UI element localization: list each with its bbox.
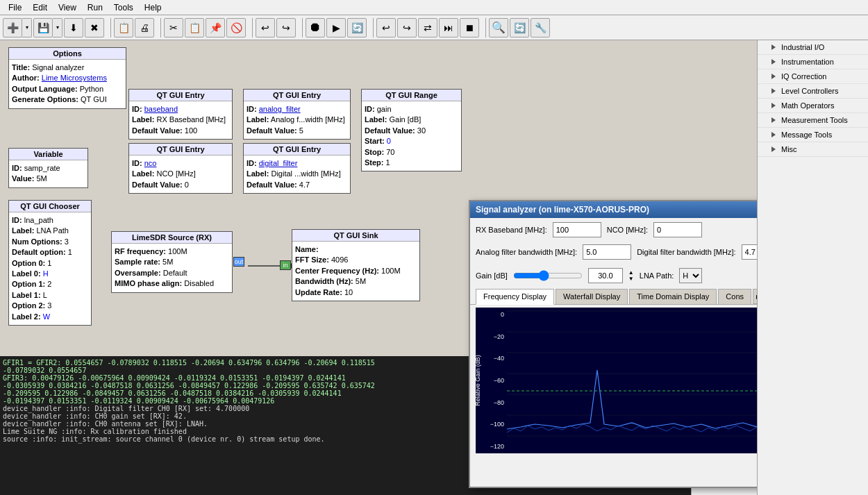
qt-gui-entry-3-block: QT GUI Entry ID: nco Label: NCO [MHz] De… [128,143,233,194]
options-title: Options [9,48,126,60]
analyzer-tabs: Frequency Display Waterfall Display Time… [470,289,757,305]
menu-tools[interactable]: Tools [108,1,139,14]
qt-gui-chooser-block: QT GUI Chooser ID: lna_path Label: LNA P… [8,200,92,326]
right-arrow-message [771,132,776,137]
y-label-120: −120 [476,443,507,450]
right-panel-measurement-tools[interactable]: Measurement Tools [758,113,868,128]
rotate-button[interactable]: 🔄 [347,18,367,37]
stop2-button[interactable]: ⏹ [460,18,479,37]
undo-button[interactable]: ↩ [256,18,275,37]
y-label-20: −20 [476,333,507,340]
qt-gui-sink-block: QT GUI Sink in Name: FFT Size: 4096 Cent… [292,229,420,301]
y-label-100: −100 [476,421,507,428]
back-button[interactable]: ↩ [376,18,396,37]
nco-label: NCO [MHz]: [607,226,648,234]
right-panel-iq-correction[interactable]: IQ Correction [758,69,868,84]
gain-label: Gain [dB] [476,271,508,280]
analog-bw-label: Analog filter bandwidth [MHz]: [476,248,577,256]
nco-input[interactable] [653,222,702,237]
y-label-0: 0 [476,311,507,318]
gain-slider[interactable] [513,270,583,281]
cut-button[interactable]: ✂ [164,18,183,37]
right-panel-level-controllers[interactable]: Level Controllers [758,84,868,99]
field-row-2: Analog filter bandwidth [MHz]: Digital f… [470,242,757,262]
save-dropdown-button[interactable]: ▾ [53,18,62,37]
right-arrow-measurement [771,117,776,123]
right-panel: Industrial I/O Instrumentation IQ Correc… [757,40,868,495]
gain-spinbox-arrows: ▲ ▼ [628,269,634,282]
qt-gui-entry-1-block: QT GUI Entry ID: baseband Label: RX Base… [128,89,233,140]
lna-path-select[interactable]: H L W [679,268,702,283]
copy-button[interactable]: 📋 [114,18,133,37]
chart-area: 0 −20 −40 −60 −80 −100 −120 Relative Gai… [476,308,757,453]
menu-file[interactable]: File [3,1,27,14]
chart-plot-area [507,308,757,453]
skip-button[interactable]: ⏭ [439,18,458,37]
signal-analyzer-titlebar: Signal analyzer (on lime-X570-AORUS-PRO)… [470,201,757,218]
gain-row: Gain [dB] ▲ ▼ LNA Path: H L W [470,267,757,285]
paste-button[interactable]: 📌 [206,18,225,37]
forward-button[interactable]: ↪ [397,18,417,37]
tab-time-domain-display[interactable]: Time Domain Display [629,289,717,304]
digital-bw-label: Digital filter bandwidth [MHz]: [637,248,735,256]
options-block: Options Title: Signal analyzer Author: L… [8,47,126,109]
right-arrow-misc [771,146,776,152]
record-button[interactable]: ⏺ [306,18,325,37]
new-button[interactable]: ➕ [3,18,22,37]
y-axis-title: Relative Gain (dB) [476,355,481,406]
shuffle-button[interactable]: ⇄ [418,18,437,37]
main-area: Options Title: Signal analyzer Author: L… [0,40,868,495]
rx-baseband-label: RX Baseband [MHz]: [476,226,547,234]
menu-run[interactable]: Run [82,1,108,14]
canvas-area[interactable]: Options Title: Signal analyzer Author: L… [0,40,757,495]
chart-svg [507,308,757,453]
signal-analyzer-title: Signal analyzer (on lime-X570-AORUS-PRO) [476,205,649,215]
close-button[interactable]: ✖ [85,18,104,37]
right-panel-misc[interactable]: Misc [758,142,868,157]
print-button[interactable]: 🖨 [135,18,154,37]
tools-button[interactable]: 🔧 [531,18,550,37]
right-arrow-industrial [771,44,776,50]
gain-up-arrow[interactable]: ▲ [628,269,634,276]
menu-view[interactable]: View [53,1,82,14]
variable-block: Variable ID: samp_rate Value: 5M [8,148,88,188]
tab-constellation[interactable]: Cons [718,289,751,304]
save-button[interactable]: 💾 [33,18,53,37]
qt-gui-range-block: QT GUI Range ID: gain Label: Gain [dB] D… [361,89,462,171]
right-panel-industrial-io[interactable]: Industrial I/O [758,40,868,55]
gain-down-arrow[interactable]: ▼ [628,276,634,282]
menu-edit[interactable]: Edit [27,1,53,14]
new-dropdown-button[interactable]: ▾ [22,18,32,37]
right-arrow-instrumentation [771,59,776,65]
limesdr-source-block: LimeSDR Source (RX) RF frequency: 100M S… [111,231,233,293]
rx-baseband-input[interactable] [553,222,601,237]
right-panel-math-operators[interactable]: Math Operators [758,99,868,113]
stop-button[interactable]: 🚫 [226,18,246,37]
qt-gui-entry-1-title: QT GUI Entry [129,90,232,101]
right-panel-instrumentation[interactable]: Instrumentation [758,55,868,69]
refresh-button[interactable]: 🔄 [510,18,529,37]
lna-path-label: LNA Path: [640,271,674,280]
gain-spinbox[interactable] [588,268,623,283]
signal-analyzer-window: Signal analyzer (on lime-X570-AORUS-PRO)… [469,200,757,488]
download-button[interactable]: ⬇ [64,18,83,37]
tab-frequency-display[interactable]: Frequency Display [476,289,554,305]
analog-bw-input[interactable] [583,244,631,260]
qt-gui-entry-4-block: QT GUI Entry ID: digital_filter Label: D… [243,143,351,194]
search-button[interactable]: 🔍 [489,18,508,37]
right-arrow-level [771,88,776,94]
right-arrow-math [771,103,776,108]
right-arrow-iq [771,74,776,79]
variable-title: Variable [9,149,87,160]
tab-waterfall-display[interactable]: Waterfall Display [556,289,628,304]
digital-bw-input[interactable] [742,244,757,260]
menu-help[interactable]: Help [139,1,167,14]
menubar: File Edit View Run Tools Help [0,0,868,15]
copy2-button[interactable]: 📋 [185,18,204,37]
play-button[interactable]: ▶ [326,18,346,37]
analyzer-inner: RX Baseband [MHz]: NCO [MHz]: Analog fil… [470,218,757,453]
qt-gui-entry-2-block: QT GUI Entry ID: analog_filter Label: An… [243,89,351,140]
right-panel-message-tools[interactable]: Message Tools [758,128,868,142]
tab-nav-right[interactable]: ▶ [753,289,757,304]
redo-button[interactable]: ↪ [276,18,296,37]
